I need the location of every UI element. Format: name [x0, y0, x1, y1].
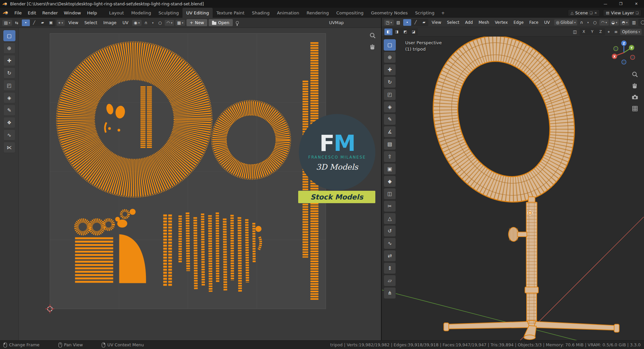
vp-tool-bevel[interactable]: ◆ — [384, 176, 396, 187]
uv-select-mode-island-button[interactable]: ▣ — [47, 19, 55, 26]
vp-menu-view[interactable]: View — [429, 19, 443, 26]
uv-tool-transform[interactable]: ◈ — [3, 92, 15, 103]
vp-tool-loop-cut[interactable]: ◫ — [384, 188, 396, 199]
vp-tool-move[interactable]: ✚ — [384, 64, 396, 75]
uv-select-mode-face-button[interactable]: ▰ — [39, 19, 47, 26]
viewport-editor-type-button[interactable]: ◳ ▾ — [384, 19, 394, 25]
mode-icon-button[interactable]: ▧ — [395, 19, 402, 25]
vp-menu-vertex[interactable]: Vertex — [492, 19, 510, 26]
uv-editor-type-button[interactable]: ▤ ▾ — [2, 20, 12, 26]
uv-proportional-falloff-button[interactable]: ◠ ▾ — [165, 20, 174, 26]
uv-select-mode-vertex-button[interactable]: • — [22, 19, 30, 26]
vp-menu-face[interactable]: Face — [527, 19, 541, 26]
workspace-tab-texture-paint[interactable]: Texture Paint — [213, 8, 248, 18]
uv-menu-image[interactable]: Image — [101, 19, 119, 26]
uv-tool-select-box[interactable]: ▢ — [3, 30, 15, 41]
select-op-intersect-button[interactable]: ◪ — [410, 28, 418, 35]
xray-toggle[interactable]: ▥ — [630, 19, 637, 25]
uv-tool-cursor[interactable]: ⊕ — [3, 43, 15, 54]
pan-hand-icon[interactable] — [369, 43, 376, 51]
uv-tool-pinch[interactable]: ⋉ — [3, 142, 15, 153]
new-view-layer-icon[interactable]: ❏ — [636, 11, 639, 15]
vp-menu-uv[interactable]: UV — [542, 19, 552, 26]
vp-tool-shear[interactable]: ▱ — [384, 275, 396, 286]
snap-cursor-icon[interactable]: ⌖ — [606, 29, 612, 35]
uv-tool-scale[interactable]: ◰ — [3, 80, 15, 91]
menu-edit[interactable]: Edit — [25, 8, 39, 18]
vp-tool-select-box[interactable]: ▢ — [384, 39, 396, 51]
close-button[interactable]: ✕ — [629, 0, 644, 8]
uv-sticky-select-button[interactable]: ⌖ ▾ — [57, 20, 65, 26]
menu-render[interactable]: Render — [39, 8, 61, 18]
vp-tool-knife[interactable]: ✂ — [384, 200, 396, 212]
select-mode-edge-button[interactable]: ╱ — [412, 19, 420, 26]
menu-file[interactable]: File — [11, 8, 25, 18]
vp-tool-edge-slide[interactable]: ⇄ — [384, 250, 396, 261]
uv-snap-toggle[interactable]: ∩ — [143, 20, 149, 26]
vp-tool-rip-region[interactable]: ⋔ — [384, 287, 396, 299]
show-gizmo-button[interactable]: ◒ ▾ — [610, 19, 619, 25]
mirror-z-button[interactable]: Z — [597, 28, 605, 35]
vp-menu-select[interactable]: Select — [444, 19, 462, 26]
maximize-button[interactable]: ❐ — [613, 0, 629, 8]
menu-window[interactable]: Window — [61, 8, 84, 18]
vp-menu-mesh[interactable]: Mesh — [476, 19, 492, 26]
vp-tool-transform[interactable]: ◈ — [384, 101, 396, 113]
browse-image-button[interactable]: ▦ ▾ — [175, 20, 185, 26]
zoom-icon[interactable] — [369, 32, 376, 39]
vp-menu-edge[interactable]: Edge — [511, 19, 526, 26]
workspace-tab-layout[interactable]: Layout — [105, 8, 127, 18]
camera-view-icon[interactable] — [631, 94, 639, 101]
uv-menu-uv[interactable]: UV — [120, 19, 131, 26]
uv-island-small-circle[interactable] — [256, 226, 262, 232]
workspace-tab-scripting[interactable]: Scripting — [412, 8, 438, 18]
unlink-scene-icon[interactable]: ✕ — [594, 11, 597, 15]
workspace-tab-shading[interactable]: Shading — [248, 8, 273, 18]
select-op-subtract-button[interactable]: ◩ — [401, 28, 409, 35]
uv-tool-grab[interactable]: ❖ — [3, 117, 15, 128]
uv-snap-settings-button[interactable]: ▾ — [150, 20, 155, 25]
navigation-gizmo[interactable]: Z Y X — [610, 39, 637, 66]
new-scene-icon[interactable]: ❏ — [590, 11, 593, 15]
vp-menu-add[interactable]: Add — [463, 19, 475, 26]
uv-select-mode-edge-button[interactable]: ╱ — [30, 19, 38, 26]
blender-menu-icon[interactable] — [2, 8, 11, 18]
vp-tool-scale[interactable]: ◰ — [384, 89, 396, 100]
uv-menu-select[interactable]: Select — [82, 19, 100, 26]
select-op-extend-button[interactable]: ◨ — [393, 28, 401, 35]
snap-settings-button[interactable]: ▾ — [586, 20, 590, 25]
orthographic-grid-icon[interactable] — [631, 105, 639, 112]
workspace-tab-sculpting[interactable]: Sculpting — [155, 8, 182, 18]
menu-help[interactable]: Help — [84, 8, 100, 18]
proportional-edit-toggle[interactable]: ○ — [591, 19, 598, 25]
new-image-button[interactable]: + New — [186, 19, 208, 26]
minimize-button[interactable]: — — [598, 0, 613, 8]
uv-menu-view[interactable]: View — [66, 19, 81, 26]
vp-tool-extrude-region[interactable]: ⇧ — [384, 151, 396, 162]
vp-tool-spin[interactable]: ↺ — [384, 225, 396, 237]
vp-tool-shrink-fatten[interactable]: ⇕ — [384, 263, 396, 274]
workspace-tab-uv-editing[interactable]: UV Editing — [182, 8, 213, 18]
select-mode-vertex-button[interactable]: • — [403, 19, 411, 26]
uv-proportional-edit-toggle[interactable]: ○ — [157, 20, 163, 26]
workspace-tab-modeling[interactable]: Modeling — [127, 8, 155, 18]
uv-tool-annotate[interactable]: ✎ — [3, 105, 15, 116]
vp-tool-smooth[interactable]: ∿ — [384, 238, 396, 249]
pan-hand-icon[interactable] — [631, 82, 639, 90]
workspace-tab-animation[interactable]: Animation — [273, 8, 303, 18]
mirror-y-button[interactable]: Y — [588, 28, 596, 35]
vp-tool-annotate[interactable]: ✎ — [384, 114, 396, 125]
vp-tool-cursor[interactable]: ⊕ — [384, 52, 396, 63]
uv-tool-rotate[interactable]: ↻ — [3, 67, 15, 78]
uv-pivot-point-button[interactable]: ◉ ▾ — [132, 20, 142, 26]
scene-selector[interactable]: △ Scene ❏ ✕ — [568, 9, 600, 16]
select-op-new-button[interactable]: ◧ — [384, 28, 392, 35]
uv-canvas[interactable]: FM FRANCESCO MILANESE 3D Models Stock Mo… — [19, 28, 381, 340]
workspace-tab-rendering[interactable]: Rendering — [303, 8, 332, 18]
vp-tool-add-cube[interactable]: ▧ — [384, 138, 396, 150]
transform-orientation-button[interactable]: ◎ Global ▾ — [554, 19, 577, 25]
add-workspace-button[interactable]: + — [438, 8, 448, 18]
proportional-falloff-button[interactable]: ◠ ▾ — [599, 19, 609, 25]
uv-tool-move[interactable]: ✚ — [3, 55, 15, 66]
zoom-icon[interactable] — [631, 71, 639, 78]
